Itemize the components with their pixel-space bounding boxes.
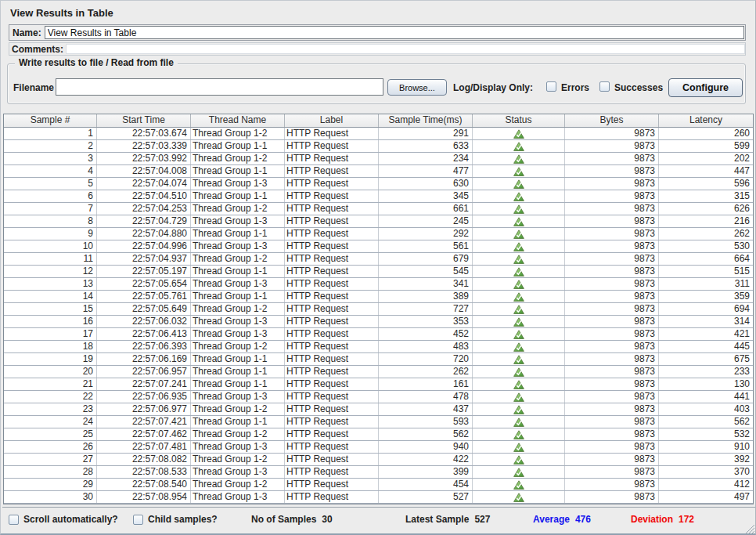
table-row[interactable]: 1422:57:05.761Thread Group 1-1HTTP Reque…: [4, 291, 753, 303]
table-cell: 720: [379, 353, 473, 365]
table-cell: 22: [4, 391, 97, 403]
table-cell: Thread Group 1-2: [191, 253, 285, 265]
table-cell: 9873: [565, 190, 659, 202]
errors-checkbox[interactable]: [546, 81, 556, 92]
status-cell: [473, 228, 565, 240]
table-row[interactable]: 822:57:04.729Thread Group 1-3HTTP Reques…: [4, 215, 753, 228]
configure-button[interactable]: Configure: [668, 78, 743, 97]
column-header[interactable]: Sample #: [4, 114, 97, 127]
resize-grip-icon[interactable]: [743, 522, 754, 533]
table-cell: 28: [4, 466, 97, 478]
status-cell: [473, 140, 565, 152]
column-header[interactable]: Bytes: [565, 114, 659, 127]
table-cell: HTTP Request: [285, 240, 379, 252]
comments-input[interactable]: [66, 44, 745, 54]
table-cell: 21: [4, 378, 97, 390]
scroll-automatically-label[interactable]: Scroll automatically?: [23, 508, 118, 531]
child-samples-label[interactable]: Child samples?: [148, 508, 218, 531]
table-cell: 4: [4, 165, 97, 177]
table-row[interactable]: 522:57:04.074Thread Group 1-3HTTP Reques…: [4, 178, 753, 190]
success-icon: [513, 480, 524, 490]
table-row[interactable]: 622:57:04.510Thread Group 1-1HTTP Reques…: [4, 190, 753, 203]
scroll-automatically-checkbox[interactable]: [9, 515, 19, 525]
table-cell: 727: [379, 303, 473, 315]
status-cell: [473, 316, 565, 327]
table-row[interactable]: 2222:57:06.935Thread Group 1-3HTTP Reque…: [4, 391, 753, 403]
table-row[interactable]: 422:57:04.008Thread Group 1-1HTTP Reques…: [4, 165, 753, 178]
table-cell: 5: [4, 178, 97, 190]
table-row[interactable]: 1922:57:06.169Thread Group 1-1HTTP Reque…: [4, 353, 753, 366]
column-header[interactable]: Status: [473, 114, 565, 127]
table-row[interactable]: 2522:57:07.462Thread Group 1-2HTTP Reque…: [4, 428, 753, 441]
table-cell: 630: [379, 178, 473, 190]
table-cell: 9873: [565, 466, 659, 478]
table-row[interactable]: 1222:57:05.197Thread Group 1-1HTTP Reque…: [4, 266, 753, 278]
table-row[interactable]: 222:57:03.339Thread Group 1-1HTTP Reques…: [4, 140, 753, 153]
table-row[interactable]: 2622:57:07.481Thread Group 1-3HTTP Reque…: [4, 441, 753, 454]
table-cell: Thread Group 1-2: [191, 128, 285, 139]
filename-input[interactable]: [56, 78, 383, 96]
table-cell: 22:57:04.074: [97, 178, 191, 190]
success-icon: [513, 129, 524, 139]
status-cell: [473, 178, 565, 190]
table-cell: 532: [659, 428, 753, 440]
write-results-group-title: Write results to file / Read from file: [15, 57, 178, 68]
table-cell: 22:57:06.169: [97, 353, 191, 365]
table-cell: 262: [379, 366, 473, 378]
table-row[interactable]: 1322:57:05.654Thread Group 1-3HTTP Reque…: [4, 278, 753, 291]
table-row[interactable]: 2422:57:07.421Thread Group 1-1HTTP Reque…: [4, 416, 753, 428]
column-header[interactable]: Thread Name: [191, 114, 285, 127]
errors-checkbox-label[interactable]: Errors: [561, 82, 589, 93]
table-row[interactable]: 1622:57:06.032Thread Group 1-3HTTP Reque…: [4, 316, 753, 328]
table-cell: 403: [659, 403, 753, 415]
table-cell: 22:57:04.510: [97, 190, 191, 202]
filename-label: Filename: [13, 82, 54, 93]
status-cell: [473, 466, 565, 478]
table-row[interactable]: 1122:57:04.937Thread Group 1-2HTTP Reque…: [4, 253, 753, 266]
table-cell: 262: [659, 228, 753, 240]
table-cell: Thread Group 1-1: [191, 165, 285, 177]
table-row[interactable]: 2822:57:08.533Thread Group 1-3HTTP Reque…: [4, 466, 753, 479]
table-cell: Thread Group 1-1: [191, 378, 285, 390]
column-header[interactable]: Latency: [659, 114, 753, 127]
table-cell: 9873: [565, 428, 659, 440]
table-row[interactable]: 3022:57:08.954Thread Group 1-3HTTP Reque…: [4, 491, 753, 504]
column-header[interactable]: Label: [285, 114, 379, 127]
child-samples-checkbox[interactable]: [133, 515, 143, 525]
table-cell: 26: [4, 441, 97, 453]
table-row[interactable]: 1722:57:06.413Thread Group 1-3HTTP Reque…: [4, 328, 753, 341]
table-cell: 596: [659, 178, 753, 190]
table-row[interactable]: 1522:57:05.649Thread Group 1-2HTTP Reque…: [4, 303, 753, 316]
table-cell: 353: [379, 316, 473, 327]
successes-checkbox-label[interactable]: Successes: [614, 82, 663, 93]
status-cell: [473, 303, 565, 315]
table-cell: 9873: [565, 328, 659, 340]
table-row[interactable]: 322:57:03.992Thread Group 1-2HTTP Reques…: [4, 153, 753, 165]
table-row[interactable]: 922:57:04.880Thread Group 1-1HTTP Reques…: [4, 228, 753, 240]
success-icon: [513, 217, 524, 226]
average-value: 476: [575, 514, 591, 525]
browse-button[interactable]: Browse...: [387, 79, 447, 96]
table-row[interactable]: 2922:57:08.540Thread Group 1-2HTTP Reque…: [4, 479, 753, 491]
column-header[interactable]: Sample Time(ms): [379, 114, 473, 127]
table-row[interactable]: 722:57:04.253Thread Group 1-2HTTP Reques…: [4, 203, 753, 215]
table-cell: 561: [379, 240, 473, 252]
table-cell: 9873: [565, 479, 659, 490]
name-input[interactable]: [45, 26, 744, 39]
column-header[interactable]: Start Time: [97, 114, 191, 127]
no-of-samples-stat: No of Samples30: [251, 508, 333, 531]
success-icon: [513, 154, 524, 164]
table-row[interactable]: 1022:57:04.996Thread Group 1-3HTTP Reque…: [4, 240, 753, 253]
table-row[interactable]: 1822:57:06.393Thread Group 1-2HTTP Reque…: [4, 341, 753, 353]
table-row[interactable]: 122:57:03.674Thread Group 1-2HTTP Reques…: [4, 128, 753, 140]
table-row[interactable]: 2022:57:06.957Thread Group 1-1HTTP Reque…: [4, 366, 753, 378]
success-icon: [513, 392, 524, 402]
table-row[interactable]: 2322:57:06.977Thread Group 1-2HTTP Reque…: [4, 403, 753, 416]
table-cell: 29: [4, 479, 97, 490]
successes-checkbox[interactable]: [599, 81, 610, 92]
table-cell: 260: [659, 128, 753, 139]
table-cell: 13: [4, 278, 97, 290]
table-cell: 22:57:07.241: [97, 378, 191, 390]
table-row[interactable]: 2122:57:07.241Thread Group 1-1HTTP Reque…: [4, 378, 753, 391]
table-row[interactable]: 2722:57:08.082Thread Group 1-2HTTP Reque…: [4, 454, 753, 466]
